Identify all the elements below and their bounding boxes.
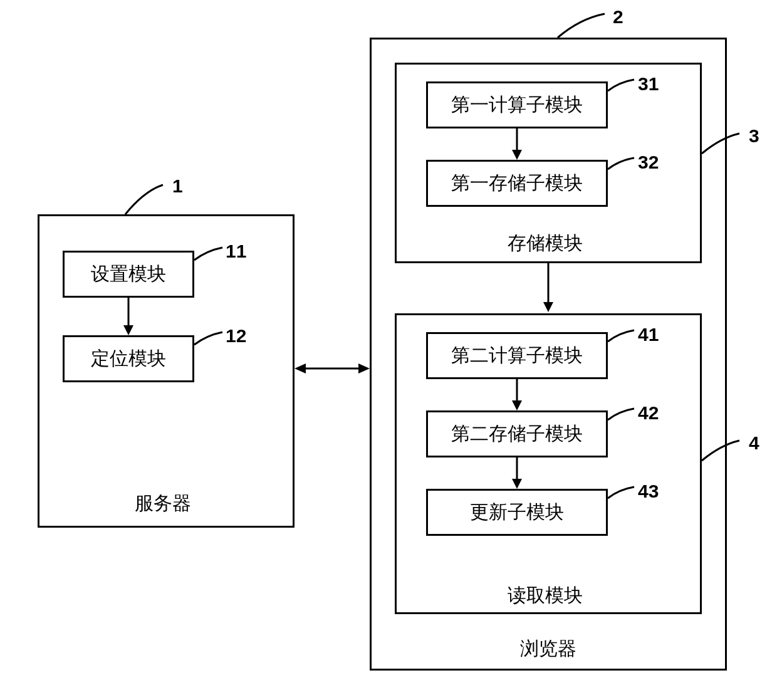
block-42-label: 第二存储子模块 [428,412,606,456]
block-41-num: 41 [638,324,659,345]
block-42-num: 42 [638,402,659,424]
block-43-label: 更新子模块 [428,491,606,534]
svg-marker-5 [543,302,553,312]
block-11-num: 11 [226,241,246,262]
block-32-num: 32 [638,152,659,173]
svg-marker-11 [295,363,306,374]
svg-marker-7 [512,400,522,410]
block-31-leader [608,80,642,105]
svg-marker-1 [123,325,133,335]
read-title: 读取模块 [508,583,583,609]
arrow-11-12 [122,298,135,338]
block-31-num: 31 [638,73,659,95]
svg-marker-3 [512,150,522,160]
block-43-leader [608,487,642,512]
server-title: 服务器 [135,491,191,516]
server-num: 1 [172,175,183,197]
block-42: 第二存储子模块 [426,410,608,457]
arrow-server-browser [295,362,370,375]
browser-num: 2 [613,6,623,28]
storage-num: 3 [749,125,759,147]
svg-marker-12 [358,363,370,374]
block-12-num: 12 [226,325,246,347]
block-11: 设置模块 [63,251,194,298]
block-32-leader [608,158,642,183]
storage-num-leader [702,132,752,169]
svg-marker-9 [512,479,522,489]
block-43: 更新子模块 [426,489,608,536]
browser-title: 浏览器 [520,636,576,662]
read-num-leader [702,439,752,476]
block-41-leader [608,330,642,355]
browser-num-leader [558,11,614,43]
arrow-41-42 [511,379,523,414]
block-31-label: 第一计算子模块 [428,83,606,127]
block-42-leader [608,409,642,434]
arrow-31-32 [511,128,523,163]
block-41: 第二计算子模块 [426,332,608,379]
server-num-leader [125,182,175,219]
block-31: 第一计算子模块 [426,81,608,128]
block-12: 定位模块 [63,335,194,382]
block-11-label: 设置模块 [65,253,192,296]
storage-title: 存储模块 [508,231,583,256]
block-43-num: 43 [638,481,659,502]
block-12-label: 定位模块 [65,337,192,380]
read-num: 4 [749,432,759,454]
block-32-label: 第一存储子模块 [428,162,606,205]
arrow-42-43 [511,457,523,492]
block-41-label: 第二计算子模块 [428,334,606,377]
block-32: 第一存储子模块 [426,160,608,207]
arrow-storage-read [542,263,555,315]
